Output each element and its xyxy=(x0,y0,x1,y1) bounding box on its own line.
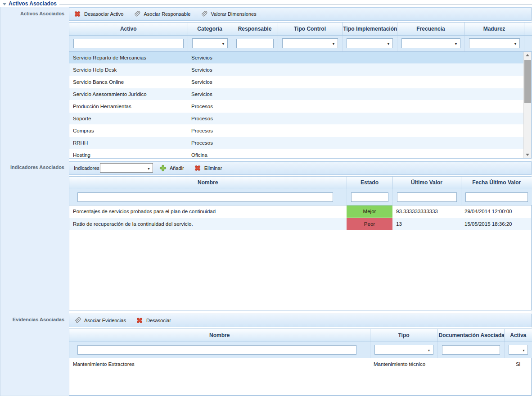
activos-grid-body: Servicio Reparto de MercanciasServicios … xyxy=(69,52,531,158)
col-header-activa[interactable]: Activa xyxy=(504,329,532,342)
filter-select-frecuencia[interactable] xyxy=(401,38,460,48)
evidencias-toolbar: Asociar Evidencias Desasociar xyxy=(69,314,532,327)
table-row[interactable]: Servicio Help DeskServicios xyxy=(69,64,524,76)
indicadores-select[interactable] xyxy=(100,163,153,173)
filter-select-categoria[interactable] xyxy=(192,38,228,48)
attach-icon xyxy=(74,317,81,324)
chevron-down-icon xyxy=(332,41,335,46)
evidencias-grid-body: Mantenimiento Extractores Mantenimiento … xyxy=(69,358,531,395)
col-header-responsable[interactable]: Responsable xyxy=(232,23,278,35)
col-header-nombre[interactable]: Nombre xyxy=(69,329,370,342)
filter-select-tipo-control[interactable] xyxy=(282,38,338,48)
indicadores-grid: Nombre Estado Último Valor Fecha Último … xyxy=(69,176,532,311)
valorar-dimensiones-label: Valorar Dimensiones xyxy=(211,11,256,17)
indicadores-grid-body: Porcentajes de servicios probados para e… xyxy=(69,205,531,310)
scrollbar[interactable] xyxy=(523,52,531,158)
table-row[interactable]: Servicio Reparto de MercanciasServicios xyxy=(69,52,524,64)
evidencias-grid: Nombre Tipo Documentación Asociada Activ… xyxy=(69,329,532,396)
filter-input-fecha-ultimo-valor[interactable] xyxy=(465,192,528,202)
filter-input-nombre[interactable] xyxy=(77,345,356,355)
remove-icon xyxy=(136,317,143,324)
valorar-dimensiones-button[interactable]: Valorar Dimensiones xyxy=(200,10,256,18)
filter-input-responsable[interactable] xyxy=(236,39,274,48)
filter-input-activo[interactable] xyxy=(73,39,184,48)
col-header-estado[interactable]: Estado xyxy=(347,177,392,189)
table-row[interactable]: Porcentajes de servicios probados para e… xyxy=(69,205,531,218)
filter-input-documentacion[interactable] xyxy=(442,345,500,355)
remove-icon xyxy=(74,10,81,18)
filter-select-activa[interactable] xyxy=(509,345,528,355)
panel-header: Activos Asociados xyxy=(0,0,532,7)
table-row[interactable]: Producción HerramientasProcesos xyxy=(69,100,524,113)
col-header-activo[interactable]: Activo xyxy=(69,23,188,35)
label-indicadores-asociados: Indicadores Asociados xyxy=(0,161,69,313)
indicador-link[interactable]: Porcentajes de servicios probados para e… xyxy=(69,205,347,218)
chevron-down-icon xyxy=(428,347,431,352)
filter-input-ultimo-valor[interactable] xyxy=(397,192,457,202)
attach-icon xyxy=(200,10,207,18)
estado-badge: Peor xyxy=(347,218,392,230)
table-row[interactable]: ComprasProcesos xyxy=(69,125,524,137)
remove-icon xyxy=(194,164,201,172)
col-header-madurez[interactable]: Madurez xyxy=(464,23,524,35)
col-header-tipo[interactable]: Tipo xyxy=(370,329,437,342)
chevron-down-icon xyxy=(147,165,150,171)
asociar-responsable-label: Asociar Responsable xyxy=(144,11,190,17)
eliminar-button[interactable]: Eliminar xyxy=(194,164,222,172)
attach-icon xyxy=(133,10,140,18)
col-header-ultimo-valor[interactable]: Último Valor xyxy=(392,177,461,189)
desasociar-label: Desasociar xyxy=(146,318,171,323)
filter-select-tipo[interactable] xyxy=(374,345,433,355)
scroll-up-icon[interactable] xyxy=(524,52,531,59)
scroll-thumb[interactable] xyxy=(524,60,531,103)
anadir-label: Añadir xyxy=(170,165,184,171)
table-row[interactable]: HostingOficina xyxy=(69,149,524,158)
desasociar-activo-button[interactable]: Desasociar Activo xyxy=(74,10,123,18)
desasociar-activo-label: Desasociar Activo xyxy=(84,11,123,17)
col-header-frecuencia[interactable]: Frecuencia xyxy=(397,23,464,35)
filter-select-madurez[interactable] xyxy=(469,38,520,48)
indicadores-toolbar: Indicadores Añadir Eliminar xyxy=(69,161,532,175)
col-header-nombre[interactable]: Nombre xyxy=(69,177,347,189)
col-header-categoria[interactable]: Categoría xyxy=(188,23,232,35)
asociar-evidencias-label: Asociar Evidencias xyxy=(84,318,126,323)
section-indicadores: Indicadores Añadir Eliminar xyxy=(69,161,532,311)
activos-toolbar: Desasociar Activo Asociar Responsable Va… xyxy=(69,7,532,21)
table-row[interactable]: Servicio Asesoramiento JurídicoServicios xyxy=(69,88,524,100)
add-icon xyxy=(159,164,167,172)
label-evidencias-asociadas: Evidencias Asociadas xyxy=(0,313,69,395)
activos-asociados-panel: Activos Asociados Activos Asociados Indi… xyxy=(0,0,532,396)
activos-grid: Activo Categoría Responsable Tipo Contro… xyxy=(69,22,532,159)
indicador-link[interactable]: Ratio de recuperación de la continuidad … xyxy=(69,218,347,230)
collapse-triangle-icon[interactable] xyxy=(3,3,6,5)
col-header-documentacion-asociada[interactable]: Documentación Asociada xyxy=(437,329,504,342)
asociar-responsable-button[interactable]: Asociar Responsable xyxy=(133,10,190,18)
chevron-down-icon xyxy=(387,41,390,46)
label-activos-asociados: Activos Asociados xyxy=(0,7,69,161)
table-row[interactable]: RRHHProcesos xyxy=(69,137,524,149)
col-header-scroll-spacer xyxy=(524,23,532,35)
filter-input-nombre[interactable] xyxy=(77,192,333,202)
chevron-down-icon xyxy=(514,41,517,46)
filter-select-tipo-implementacion[interactable] xyxy=(347,38,393,48)
desasociar-button[interactable]: Desasociar xyxy=(136,317,171,324)
scroll-down-icon[interactable] xyxy=(524,151,531,158)
filter-input-estado[interactable] xyxy=(351,192,388,202)
labels-column: Activos Asociados Indicadores Asociados … xyxy=(0,7,69,396)
col-header-tipo-implementacion[interactable]: Tipo Implementación xyxy=(342,23,397,35)
chevron-down-icon xyxy=(522,347,525,352)
col-header-tipo-control[interactable]: Tipo Control xyxy=(278,23,342,35)
table-row[interactable]: Ratio de recuperación de la continuidad … xyxy=(69,218,531,230)
chevron-down-icon xyxy=(222,41,225,46)
anadir-button[interactable]: Añadir xyxy=(159,164,184,172)
chevron-down-icon xyxy=(455,41,458,46)
table-row[interactable]: SoporteProcesos xyxy=(69,113,524,125)
section-activos: Desasociar Activo Asociar Responsable Va… xyxy=(69,7,532,159)
col-header-fecha-ultimo-valor[interactable]: Fecha Último Valor xyxy=(461,177,532,189)
table-row[interactable]: Servicio Banca OnlineServicios xyxy=(69,76,524,88)
asociar-evidencias-button[interactable]: Asociar Evidencias xyxy=(74,317,126,324)
indicadores-select-label: Indicadores xyxy=(74,165,99,171)
table-row[interactable]: Mantenimiento Extractores Mantenimiento … xyxy=(69,358,531,370)
section-evidencias: Asociar Evidencias Desasociar Nombre Tip… xyxy=(69,314,532,396)
estado-badge: Mejor xyxy=(347,205,392,218)
